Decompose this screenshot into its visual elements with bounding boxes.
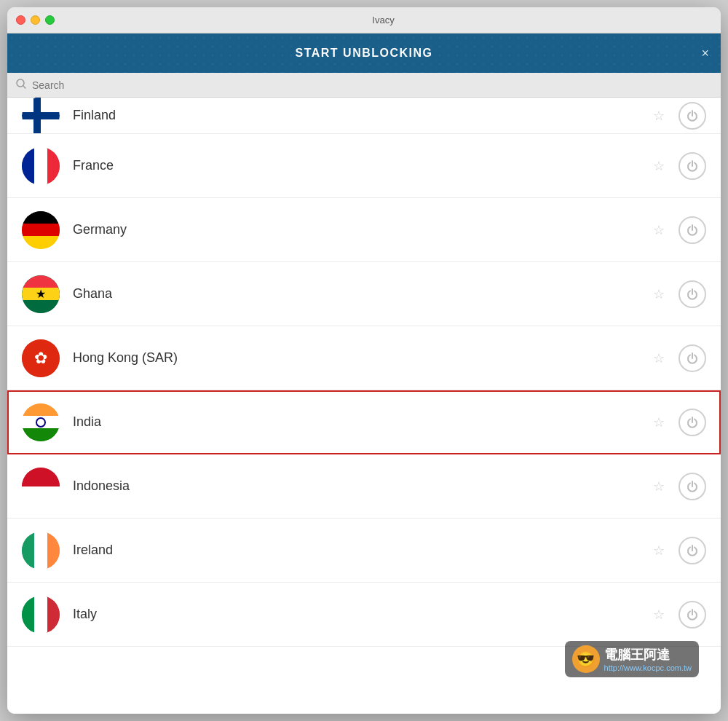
- window-title: Ivacy: [55, 15, 712, 25]
- traffic-lights: [16, 15, 55, 25]
- favorite-button[interactable]: ☆: [646, 474, 671, 499]
- favorite-button[interactable]: ☆: [646, 410, 671, 435]
- header-title: START UNBLOCKING: [295, 47, 432, 60]
- list-item[interactable]: France☆: [7, 134, 721, 198]
- star-icon: ☆: [653, 158, 665, 174]
- country-flag: [22, 468, 60, 505]
- power-icon: [687, 417, 698, 428]
- maximize-traffic-light[interactable]: [45, 15, 55, 25]
- country-name: Ghana: [73, 286, 646, 302]
- list-item[interactable]: Ireland☆: [7, 519, 721, 583]
- star-icon: ☆: [653, 286, 665, 302]
- app-window: Ivacy START UNBLOCKING × Finland☆ Fr: [7, 7, 721, 714]
- country-name: Indonesia: [73, 478, 646, 494]
- power-icon: [687, 160, 698, 172]
- country-flag: [22, 211, 60, 249]
- connect-button[interactable]: [678, 601, 706, 629]
- star-icon: ☆: [653, 478, 665, 495]
- connect-button[interactable]: [678, 152, 706, 180]
- star-icon: ☆: [653, 108, 665, 124]
- connect-button[interactable]: [678, 537, 706, 564]
- country-flag: [22, 403, 60, 441]
- favorite-button[interactable]: ☆: [646, 218, 671, 243]
- connect-button[interactable]: [678, 280, 706, 308]
- country-name: Italy: [73, 607, 646, 622]
- header-banner: START UNBLOCKING ×: [7, 34, 721, 73]
- list-item[interactable]: Italy☆: [7, 583, 721, 647]
- country-flag: ✿: [22, 339, 60, 377]
- search-bar: [7, 73, 721, 98]
- connect-button[interactable]: [678, 102, 706, 130]
- close-button[interactable]: ×: [701, 47, 709, 60]
- country-name: India: [73, 414, 646, 430]
- power-icon: [687, 288, 698, 300]
- connect-button[interactable]: [678, 344, 706, 372]
- country-name: Hong Kong (SAR): [73, 350, 646, 366]
- power-icon: [687, 545, 698, 556]
- list-item[interactable]: Indonesia☆: [7, 454, 721, 519]
- power-icon: [687, 352, 698, 364]
- connect-button[interactable]: [678, 409, 706, 436]
- svg-line-1: [23, 86, 25, 88]
- country-flag: [22, 147, 60, 185]
- list-item[interactable]: India☆: [7, 390, 721, 454]
- list-item[interactable]: Finland☆: [7, 98, 721, 134]
- power-icon: [687, 224, 698, 236]
- star-icon: ☆: [653, 414, 665, 430]
- connect-button[interactable]: [678, 216, 706, 244]
- titlebar: Ivacy: [7, 7, 721, 34]
- country-name: Finland: [73, 108, 646, 123]
- minimize-traffic-light[interactable]: [31, 15, 40, 25]
- country-name: France: [73, 158, 646, 173]
- list-item[interactable]: ✿ Hong Kong (SAR)☆: [7, 326, 721, 390]
- favorite-button[interactable]: ☆: [646, 282, 671, 307]
- list-item[interactable]: Germany☆: [7, 198, 721, 262]
- star-icon: ☆: [653, 607, 665, 623]
- favorite-button[interactable]: ☆: [646, 346, 671, 371]
- connect-button[interactable]: [678, 473, 706, 500]
- star-icon: ☆: [653, 350, 665, 366]
- favorite-button[interactable]: ☆: [646, 103, 671, 128]
- favorite-button[interactable]: ☆: [646, 154, 671, 178]
- close-traffic-light[interactable]: [16, 15, 25, 25]
- country-flag: [22, 596, 60, 634]
- favorite-button[interactable]: ☆: [646, 602, 671, 627]
- country-name: Germany: [73, 222, 646, 237]
- power-icon: [687, 481, 698, 492]
- list-item[interactable]: ★ Ghana☆: [7, 262, 721, 326]
- search-input[interactable]: [32, 79, 712, 91]
- power-icon: [687, 110, 698, 122]
- country-flag: [22, 98, 60, 134]
- country-list: Finland☆ France☆ Germany☆ ★ Ghana☆ ✿: [7, 98, 721, 714]
- country-flag: ★: [22, 275, 60, 313]
- star-icon: ☆: [653, 222, 665, 238]
- power-icon: [687, 609, 698, 620]
- star-icon: ☆: [653, 543, 665, 559]
- favorite-button[interactable]: ☆: [646, 538, 671, 563]
- search-icon: [16, 79, 26, 91]
- country-name: Ireland: [73, 543, 646, 558]
- country-flag: [22, 532, 60, 570]
